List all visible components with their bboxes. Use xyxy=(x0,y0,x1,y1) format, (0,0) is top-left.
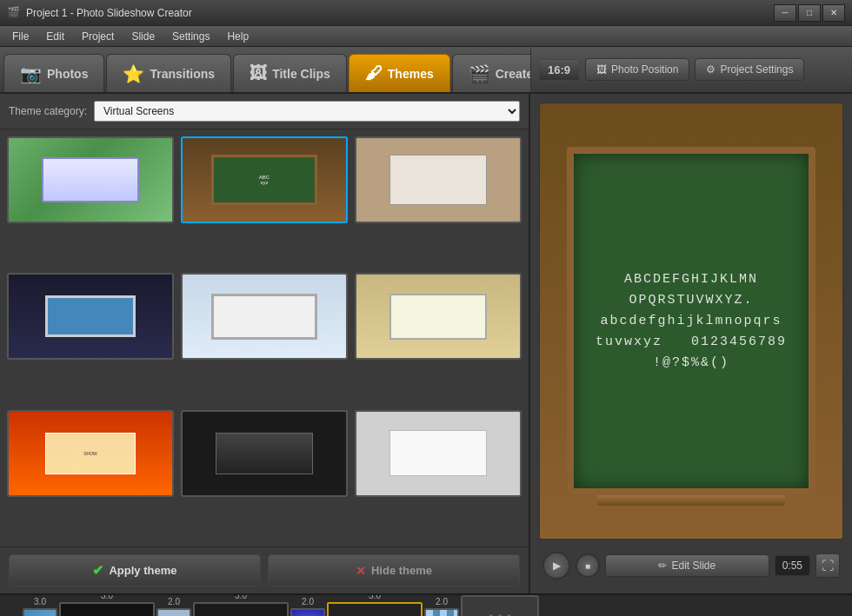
fullscreen-button[interactable]: ⛶ xyxy=(815,553,840,578)
theme-item-7[interactable]: SHOW xyxy=(7,410,174,497)
preview-chalkboard: ABCDEFGHIJKLMN OPQRSTUVWXYZ. abcdefghijk… xyxy=(540,103,842,539)
stop-button[interactable]: ■ xyxy=(576,553,600,578)
timeline-prev-button[interactable]: ‹ xyxy=(3,595,21,616)
restore-button[interactable]: □ xyxy=(798,4,821,22)
chalk-frame: ABCDEFGHIJKLMN OPQRSTUVWXYZ. abcdefghijk… xyxy=(567,147,815,494)
photo-position-label: Photo Position xyxy=(611,63,678,76)
timeline-scroll: ‹ 3.0 3.0 🦋 10 ★ T 3.0 2.0 xyxy=(0,595,852,616)
ratio-badge: 16:9 xyxy=(538,59,580,81)
themes-icon: 🖌 xyxy=(365,63,383,83)
right-panel: ABCDEFGHIJKLMN OPQRSTUVWXYZ. abcdefghijk… xyxy=(530,94,852,593)
close-button[interactable]: ✕ xyxy=(822,4,845,22)
theme-item-2[interactable]: ABCxyz xyxy=(181,136,348,223)
theme-category-bar: Theme category: Virtual Screens Abstract… xyxy=(0,94,529,129)
play-button[interactable]: ▶ xyxy=(542,552,570,580)
window-title: Project 1 - Photo Slideshow Creator xyxy=(26,7,774,19)
add-photo-icon: 🖼 xyxy=(488,612,512,617)
menu-project[interactable]: Project xyxy=(73,29,123,44)
tab-transitions-label: Transitions xyxy=(150,67,215,81)
title-bar: 🎬 Project 1 - Photo Slideshow Creator ─ … xyxy=(0,0,852,26)
playback-bar: ▶ ■ ✏ Edit Slide 0:55 ⛶ xyxy=(539,546,843,585)
hide-theme-button[interactable]: ✕ Hide theme xyxy=(268,554,520,586)
theme-item-5[interactable] xyxy=(181,273,348,360)
project-settings-button[interactable]: ⚙ Project Settings xyxy=(695,58,804,81)
timeline-area: ‹ 3.0 3.0 🦋 10 ★ T 3.0 2.0 xyxy=(0,593,852,616)
hide-theme-label: Hide theme xyxy=(371,564,432,577)
apply-theme-button[interactable]: ✔ Apply theme xyxy=(9,554,261,586)
chalk-ledge xyxy=(597,495,785,506)
tab-title-clips-label: Title Clips xyxy=(272,67,330,81)
edit-slide-label: Edit Slide xyxy=(671,560,716,572)
tab-photos-label: Photos xyxy=(47,67,88,81)
menu-file[interactable]: File xyxy=(3,29,37,44)
menu-settings[interactable]: Settings xyxy=(163,29,218,44)
project-settings-label: Project Settings xyxy=(720,63,793,76)
left-panel: Theme category: Virtual Screens Abstract… xyxy=(0,94,530,593)
tab-themes[interactable]: 🖌 Themes xyxy=(349,54,450,92)
title-clips-icon: 🖼 xyxy=(250,63,267,83)
photos-icon: 📷 xyxy=(20,63,42,84)
app-icon: 🎬 xyxy=(7,6,21,20)
slide-item-trans3[interactable]: 2.0 xyxy=(424,597,459,617)
x-icon: ✕ xyxy=(356,564,366,578)
slide-item-10[interactable]: 3.0 🦋 10 ★ T 3.0 xyxy=(59,595,155,616)
edit-slide-button[interactable]: ✏ Edit Slide xyxy=(605,554,769,577)
right-toolbar: 16:9 🖼 Photo Position ⚙ Project Settings xyxy=(530,47,852,94)
pencil-icon: ✏ xyxy=(658,560,667,572)
theme-item-8[interactable] xyxy=(181,410,348,497)
preview-area: ABCDEFGHIJKLMN OPQRSTUVWXYZ. abcdefghijk… xyxy=(539,103,843,540)
apply-theme-label: Apply theme xyxy=(109,564,176,577)
main-content: Theme category: Virtual Screens Abstract… xyxy=(0,94,852,593)
menu-help[interactable]: Help xyxy=(218,29,257,44)
tab-photos[interactable]: 📷 Photos xyxy=(3,54,104,92)
theme-item-4[interactable] xyxy=(7,273,174,360)
slide-item-12[interactable]: 3.0 🦋 12 ★ T 3.0 xyxy=(327,595,423,616)
menu-bar: File Edit Project Slide Settings Help xyxy=(0,26,852,47)
theme-item-9[interactable] xyxy=(355,410,522,497)
theme-category-label: Theme category: xyxy=(9,105,87,117)
tab-transitions[interactable]: ⭐ Transitions xyxy=(106,54,231,92)
photo-position-icon: 🖼 xyxy=(596,63,607,76)
tab-title-clips[interactable]: 🖼 Title Clips xyxy=(233,54,347,92)
theme-category-select[interactable]: Virtual Screens Abstract Nature Business… xyxy=(94,101,520,122)
theme-item-1[interactable] xyxy=(7,136,174,223)
settings-gear-icon: ⚙ xyxy=(706,63,716,76)
tab-create-label: Create xyxy=(496,67,534,81)
transitions-icon: ⭐ xyxy=(123,63,144,84)
slide-item-trans2[interactable]: 2.0 xyxy=(290,597,325,617)
themes-grid-container: ABCxyz xyxy=(0,129,529,546)
action-bar: ✔ Apply theme ✕ Hide theme xyxy=(0,546,529,593)
photo-position-button[interactable]: 🖼 Photo Position xyxy=(585,58,689,81)
create-icon: 🎬 xyxy=(469,63,490,84)
title-bar-controls: ─ □ ✕ xyxy=(774,4,845,22)
slide-item-trans0[interactable]: 3.0 xyxy=(23,597,57,617)
toolbar: 📷 Photos ⭐ Transitions 🖼 Title Clips 🖌 T… xyxy=(0,47,852,94)
slide-item-trans1[interactable]: 2.0 🌀 xyxy=(156,597,191,617)
theme-item-3[interactable] xyxy=(355,136,522,223)
menu-edit[interactable]: Edit xyxy=(37,29,73,44)
duration-badge: 0:55 xyxy=(775,555,810,576)
menu-slide[interactable]: Slide xyxy=(123,29,163,44)
slide-item-11[interactable]: 3.0 🦋 11 ★ T 3.0 xyxy=(193,595,289,616)
theme-item-6[interactable] xyxy=(355,273,522,360)
themes-grid: ABCxyz xyxy=(7,136,522,540)
tab-themes-label: Themes xyxy=(388,67,434,81)
add-photo-button[interactable]: 🖼 Add Photo xyxy=(461,595,539,616)
minimize-button[interactable]: ─ xyxy=(774,4,796,22)
check-icon: ✔ xyxy=(92,562,103,579)
chalk-text: ABCDEFGHIJKLMN OPQRSTUVWXYZ. abcdefghijk… xyxy=(596,269,787,374)
